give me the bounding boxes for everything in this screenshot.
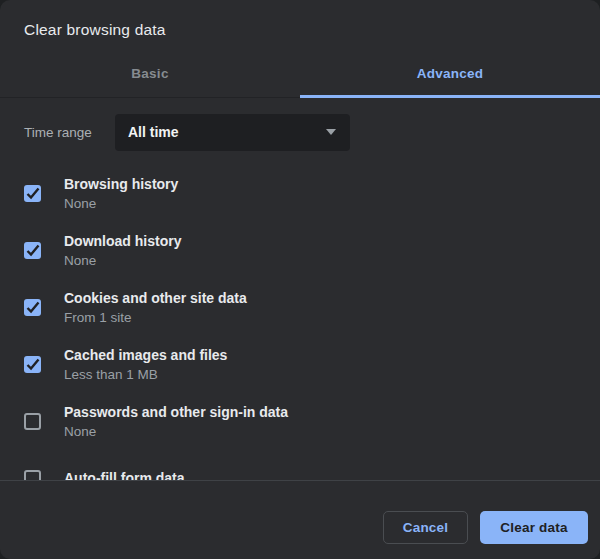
checkmark-icon bbox=[26, 187, 40, 200]
list-item[interactable]: Passwords and other sign-in data None bbox=[0, 393, 600, 450]
checkbox[interactable] bbox=[24, 242, 41, 259]
tab-bar: Basic Advanced bbox=[0, 50, 600, 98]
checkmark-icon bbox=[26, 358, 40, 371]
checkbox[interactable] bbox=[24, 470, 41, 480]
time-range-value: All time bbox=[128, 124, 179, 140]
row-text: Cookies and other site data From 1 site bbox=[64, 290, 247, 325]
time-range-row: Time range All time bbox=[24, 114, 600, 151]
row-text: Cached images and files Less than 1 MB bbox=[64, 347, 227, 382]
row-text: Passwords and other sign-in data None bbox=[64, 404, 288, 439]
list-item[interactable]: Auto-fill form data bbox=[0, 450, 600, 480]
checkbox[interactable] bbox=[24, 356, 41, 373]
row-label: Passwords and other sign-in data bbox=[64, 404, 288, 420]
checkbox[interactable] bbox=[24, 299, 41, 316]
checkbox[interactable] bbox=[24, 185, 41, 202]
data-type-list: Browsing history None Download history N… bbox=[0, 165, 600, 480]
clear-data-button[interactable]: Clear data bbox=[480, 511, 588, 544]
dialog-body: Time range All time Browsing history Non… bbox=[0, 98, 600, 480]
row-detail: None bbox=[64, 253, 181, 268]
time-range-label: Time range bbox=[24, 125, 115, 140]
list-item[interactable]: Cookies and other site data From 1 site bbox=[0, 279, 600, 336]
active-tab-indicator bbox=[300, 95, 600, 98]
list-item[interactable]: Download history None bbox=[0, 222, 600, 279]
row-label: Auto-fill form data bbox=[64, 470, 185, 480]
row-detail: Less than 1 MB bbox=[64, 367, 227, 382]
row-text: Auto-fill form data bbox=[64, 470, 185, 480]
clear-browsing-data-dialog: Clear browsing data Basic Advanced Time … bbox=[0, 0, 600, 559]
row-label: Cached images and files bbox=[64, 347, 227, 363]
tab-advanced[interactable]: Advanced bbox=[300, 50, 600, 97]
tab-advanced-label: Advanced bbox=[417, 66, 484, 81]
tab-basic-label: Basic bbox=[131, 66, 168, 81]
tab-basic[interactable]: Basic bbox=[0, 50, 300, 97]
row-detail: None bbox=[64, 196, 178, 211]
page-title: Clear browsing data bbox=[24, 21, 166, 38]
chevron-down-icon bbox=[326, 129, 336, 135]
checkmark-icon bbox=[26, 301, 40, 314]
row-detail: From 1 site bbox=[64, 310, 247, 325]
list-item[interactable]: Cached images and files Less than 1 MB bbox=[0, 336, 600, 393]
row-label: Browsing history bbox=[64, 176, 178, 192]
row-label: Download history bbox=[64, 233, 181, 249]
time-range-select[interactable]: All time bbox=[115, 114, 350, 151]
row-detail: None bbox=[64, 424, 288, 439]
checkmark-icon bbox=[26, 244, 40, 257]
row-text: Download history None bbox=[64, 233, 181, 268]
dialog-footer: Cancel Clear data bbox=[0, 480, 600, 559]
dialog-header: Clear browsing data bbox=[0, 0, 600, 50]
row-label: Cookies and other site data bbox=[64, 290, 247, 306]
row-text: Browsing history None bbox=[64, 176, 178, 211]
checkbox[interactable] bbox=[24, 413, 41, 430]
list-item[interactable]: Browsing history None bbox=[0, 165, 600, 222]
cancel-button[interactable]: Cancel bbox=[383, 511, 468, 544]
